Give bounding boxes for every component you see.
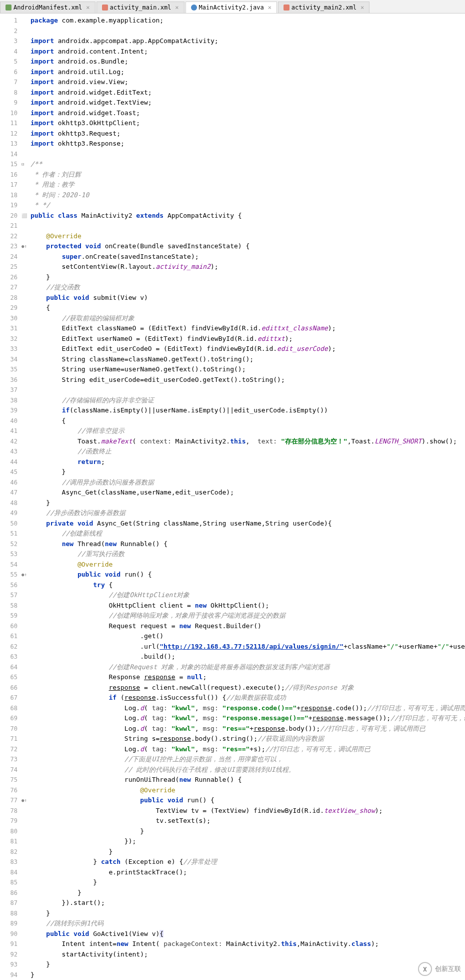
tab-manifest[interactable]: AndroidManifest.xml× <box>0 2 96 13</box>
tab-label: activity_main.xml <box>110 4 172 11</box>
close-icon[interactable]: × <box>175 4 178 11</box>
tab-label: AndroidManifest.xml <box>14 4 82 11</box>
tab-activity-main2[interactable]: activity_main2.xml× <box>278 2 370 13</box>
code-area[interactable]: package com.example.myapplication; impor… <box>28 14 465 980</box>
tab-activity-main[interactable]: activity_main.xml× <box>96 2 184 13</box>
tab-label: activity_main2.xml <box>292 4 356 11</box>
editor-tabs: AndroidManifest.xml× activity_main.xml× … <box>0 0 465 14</box>
line-gutter: 1234567891011121314151617181920212223242… <box>0 14 22 980</box>
logo-icon: X <box>418 962 432 976</box>
xml-icon <box>284 5 290 11</box>
tab-mainactivity2[interactable]: MainActivity2.java× <box>186 2 277 13</box>
gutter-icons: ⊟⬜●↑●↑●↑ <box>22 14 28 980</box>
tab-label: MainActivity2.java <box>199 4 264 11</box>
close-icon[interactable]: × <box>360 4 364 11</box>
logo-text: 创新互联 <box>435 964 461 973</box>
java-icon <box>191 5 197 11</box>
xml-icon <box>6 5 12 11</box>
code-editor[interactable]: 1234567891011121314151617181920212223242… <box>0 14 465 980</box>
watermark-logo: X 创新互联 <box>418 962 461 976</box>
close-icon[interactable]: × <box>268 4 272 11</box>
close-icon[interactable]: × <box>86 4 90 11</box>
xml-icon <box>102 5 108 11</box>
